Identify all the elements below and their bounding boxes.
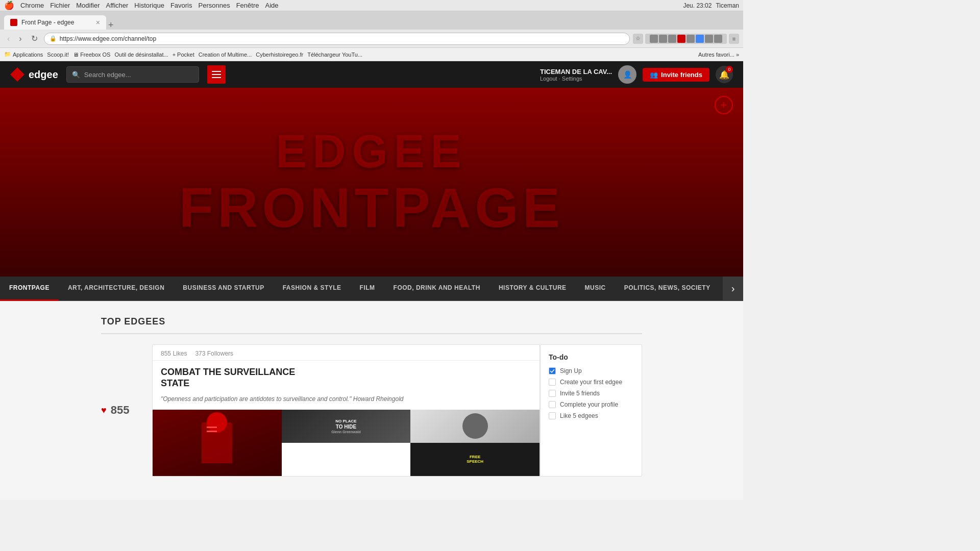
card-image-1[interactable] bbox=[153, 410, 282, 476]
mac-user: Ticeman bbox=[716, 2, 739, 9]
edgee-navbar: edgee 🔍 Search edgee... TICEMAN DE LA CA… bbox=[0, 61, 743, 88]
card-image-2[interactable]: NO PLACE TO HIDE Glenn Greenwald bbox=[282, 410, 411, 443]
card-image-4[interactable]: FREESPEECH bbox=[410, 443, 540, 476]
search-placeholder-text: Search edgee... bbox=[84, 71, 131, 79]
edgee-card[interactable]: 855 Likes 373 Followers COMBAT THE SURVE… bbox=[152, 344, 540, 477]
mac-menu-items[interactable]: 🍎 Chrome Fichier Modifier Afficher Histo… bbox=[4, 1, 279, 10]
bookmark-scoopit[interactable]: Scoop.it! bbox=[47, 52, 69, 58]
likes-column: ♥ 855 bbox=[101, 344, 152, 477]
menu-afficher[interactable]: Afficher bbox=[106, 2, 129, 9]
ext-icon-7[interactable] bbox=[705, 35, 713, 43]
todo-item-create[interactable]: Create your first edgee bbox=[549, 379, 633, 386]
menu-modifier[interactable]: Modifier bbox=[76, 2, 100, 9]
bookmark-creation[interactable]: Creation of Multime... bbox=[199, 52, 252, 58]
category-next-button[interactable]: › bbox=[723, 277, 743, 301]
todo-checkbox-like[interactable] bbox=[549, 412, 556, 419]
ext-icon-8[interactable] bbox=[714, 35, 722, 43]
search-icon: 🔍 bbox=[72, 71, 80, 79]
cat-history[interactable]: HISTORY & CULTURE bbox=[489, 277, 576, 301]
menu-favoris[interactable]: Favoris bbox=[170, 2, 192, 9]
card-title[interactable]: COMBAT THE SURVEILLANCE STATE bbox=[153, 361, 540, 391]
ext-icon-4[interactable] bbox=[677, 35, 685, 43]
refresh-button[interactable]: ↻ bbox=[28, 33, 41, 44]
new-tab-button[interactable]: + bbox=[108, 20, 114, 30]
edgee-logo-text: edgee bbox=[29, 69, 58, 81]
todo-label-signup: Sign Up bbox=[560, 367, 582, 374]
todo-title: To-do bbox=[549, 353, 633, 361]
toolbar-icons: ☆ ≡ bbox=[633, 34, 739, 44]
user-avatar[interactable]: 👤 bbox=[618, 65, 636, 84]
category-nav-inner: FRONTPAGE ART, ARCHITECTURE, DESIGN BUSI… bbox=[0, 277, 743, 301]
invite-friends-label: Invite friends bbox=[661, 71, 702, 79]
edgee-site: edgee 🔍 Search edgee... TICEMAN DE LA CA… bbox=[0, 61, 743, 500]
todo-checkbox-signup[interactable] bbox=[549, 367, 556, 374]
card-images-grid: NO PLACE TO HIDE Glenn Greenwald bbox=[153, 410, 540, 476]
star-icon[interactable]: ☆ bbox=[633, 34, 643, 44]
close-tab-button[interactable]: × bbox=[96, 18, 100, 27]
hero-banner: EDGEE FRONTPAGE + bbox=[0, 88, 743, 277]
cat-fashion[interactable]: FASHION & STYLE bbox=[274, 277, 351, 301]
back-button[interactable]: ‹ bbox=[4, 33, 13, 44]
ext-icon-2[interactable] bbox=[659, 35, 667, 43]
cat-film[interactable]: FILM bbox=[351, 277, 384, 301]
chrome-tabbar: Front Page - edgee × + bbox=[0, 11, 743, 30]
hero-plus-button[interactable]: + bbox=[715, 96, 733, 114]
todo-checkbox-create[interactable] bbox=[549, 379, 556, 386]
todo-item-profile[interactable]: Complete your profile bbox=[549, 401, 633, 408]
bookmark-ytdl[interactable]: Téléchargeur YouTu... bbox=[307, 52, 362, 58]
menu-chrome[interactable]: Chrome bbox=[20, 2, 44, 9]
menu-historique[interactable]: Historique bbox=[134, 2, 164, 9]
cat-music[interactable]: MUSIC bbox=[576, 277, 615, 301]
menu-personnes[interactable]: Personnes bbox=[199, 2, 230, 9]
address-text[interactable]: https://www.edgee.com/channel/top bbox=[60, 35, 156, 42]
ext-icon-6[interactable] bbox=[696, 35, 704, 43]
todo-item-invite[interactable]: Invite 5 friends bbox=[549, 390, 633, 397]
todo-checkbox-profile[interactable] bbox=[549, 401, 556, 408]
card-followers-stat: 373 Followers bbox=[195, 350, 233, 357]
cat-politics[interactable]: POLITICS, NEWS, SOCIETY bbox=[615, 277, 720, 301]
likes-count: 855 bbox=[111, 404, 130, 417]
ext-icon-5[interactable] bbox=[687, 35, 695, 43]
todo-item-like[interactable]: Like 5 edgees bbox=[549, 412, 633, 419]
extensions-area bbox=[645, 34, 727, 44]
menu-aide[interactable]: Aide bbox=[265, 2, 278, 9]
card-image-3[interactable] bbox=[410, 410, 540, 443]
menu-fichier[interactable]: Fichier bbox=[50, 2, 70, 9]
bookmark-freebox[interactable]: 🖥 Freebox OS bbox=[73, 52, 110, 58]
likes-heart-icon[interactable]: ♥ bbox=[101, 405, 107, 416]
tab-title: Front Page - edgee bbox=[21, 19, 74, 26]
card-quote: "Openness and participation are antidote… bbox=[153, 391, 540, 410]
cat-art[interactable]: ART, ARCHITECTURE, DESIGN bbox=[59, 277, 174, 301]
edgee-search-bar[interactable]: 🔍 Search edgee... bbox=[66, 66, 199, 83]
menu-fenetre[interactable]: Fenêtre bbox=[236, 2, 259, 9]
bookmark-applications[interactable]: 📁 Applications bbox=[4, 51, 43, 58]
checkmark-icon bbox=[550, 368, 555, 373]
logout-link[interactable]: Logout bbox=[540, 76, 557, 82]
cat-food[interactable]: FOOD, DRINK AND HEALTH bbox=[384, 277, 489, 301]
notifications-button[interactable]: 🔔 0 bbox=[716, 66, 733, 83]
edgee-logo[interactable]: edgee bbox=[10, 67, 58, 82]
cat-frontpage[interactable]: FRONTPAGE bbox=[0, 277, 59, 301]
user-account-links[interactable]: Logout · Settings bbox=[540, 76, 612, 82]
todo-label-profile: Complete your profile bbox=[560, 401, 618, 408]
ext-icon-1[interactable] bbox=[650, 35, 658, 43]
bookmark-pocket[interactable]: + Pocket bbox=[173, 52, 194, 58]
bookmark-outil[interactable]: Outil de désinstallat... bbox=[114, 52, 168, 58]
settings-link[interactable]: Settings bbox=[562, 76, 582, 82]
bookmark-cyber[interactable]: Cyberhistoiregeo.fr bbox=[256, 52, 303, 58]
address-bar[interactable]: 🔒 https://www.edgee.com/channel/top bbox=[44, 33, 630, 45]
ext-icon-3[interactable] bbox=[668, 35, 676, 43]
nav-right: TICEMAN DE LA CAV... Logout · Settings 👤… bbox=[540, 65, 733, 84]
mac-menubar: 🍎 Chrome Fichier Modifier Afficher Histo… bbox=[0, 0, 743, 11]
cat-business[interactable]: BUSINESS AND STARTUP bbox=[174, 277, 273, 301]
chrome-menu-icon[interactable]: ≡ bbox=[729, 34, 739, 44]
bookmark-autres[interactable]: Autres favori... » bbox=[698, 52, 739, 58]
bookmarks-bar: 📁 Applications Scoop.it! 🖥 Freebox OS Ou… bbox=[0, 48, 743, 61]
hamburger-menu-button[interactable] bbox=[207, 65, 226, 84]
invite-friends-button[interactable]: 👥 Invite friends bbox=[643, 68, 709, 82]
todo-item-signup[interactable]: Sign Up bbox=[549, 367, 633, 374]
chrome-tab[interactable]: Front Page - edgee × bbox=[4, 15, 106, 30]
forward-button[interactable]: › bbox=[16, 33, 24, 44]
card-title-line2: STATE bbox=[161, 378, 531, 389]
todo-checkbox-invite[interactable] bbox=[549, 390, 556, 397]
